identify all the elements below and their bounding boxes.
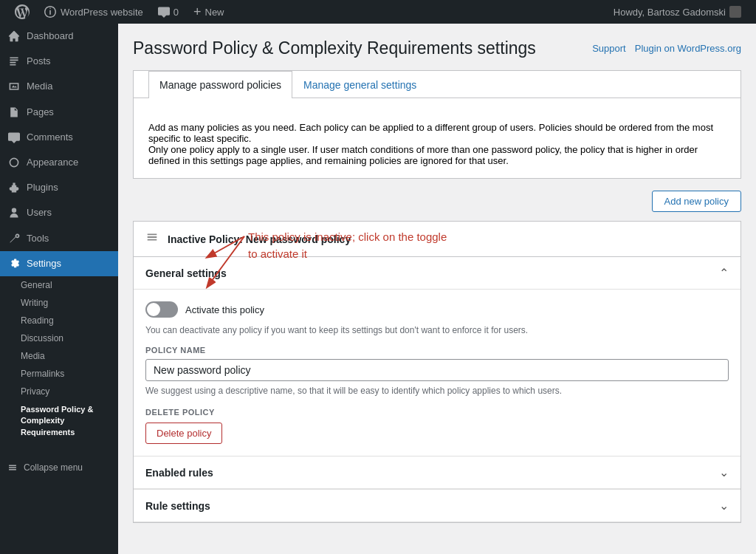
support-link[interactable]: Support — [592, 43, 626, 54]
sidebar-item-tools[interactable]: Tools — [0, 226, 118, 251]
enabled-rules-chevron-down-icon: ⌄ — [719, 465, 729, 479]
settings-icon — [7, 257, 21, 270]
admin-bar: WordPress website 0 + New Howdy, Bartosz… — [0, 0, 756, 24]
media-label: Media — [27, 80, 52, 93]
enabled-rules-label: Enabled rules — [145, 467, 213, 479]
new-label: New — [205, 7, 224, 18]
section-general-settings[interactable]: General settings ⌃ — [134, 257, 740, 290]
sidebar-item-comments[interactable]: Comments — [0, 125, 118, 150]
posts-label: Posts — [27, 55, 51, 68]
sidebar-item-plugins[interactable]: Plugins — [0, 175, 118, 200]
enabled-rules-section: Enabled rules ⌄ — [134, 456, 740, 489]
pages-label: Pages — [27, 106, 54, 119]
sidebar-item-posts[interactable]: Posts — [0, 49, 118, 74]
site-name: WordPress website — [61, 7, 143, 18]
add-policy-wrap: Add new policy — [133, 191, 741, 212]
wp-logo[interactable] — [7, 4, 37, 19]
page-header: Password Policy & Complexity Requirement… — [133, 38, 741, 58]
dashboard-icon — [7, 30, 21, 43]
sidebar-item-dashboard[interactable]: Dashboard — [0, 24, 118, 49]
collapse-chevron-up-icon: ⌃ — [719, 266, 729, 280]
rule-settings-label: Rule settings — [145, 500, 210, 512]
rule-settings-section: Rule settings ⌄ — [134, 489, 740, 522]
submenu-permalinks[interactable]: Permalinks — [0, 365, 118, 383]
header-links: Support Plugin on WordPress.org — [592, 43, 741, 54]
toggle-slider — [145, 301, 178, 318]
delete-label: DELETE POLICY — [145, 408, 729, 417]
comments-label: Comments — [27, 131, 73, 144]
plugin-link[interactable]: Plugin on WordPress.org — [635, 43, 741, 54]
users-icon — [7, 206, 21, 219]
submenu-password-policy[interactable]: Password Policy & Complexity Requirement… — [0, 400, 118, 442]
general-settings-label: General settings — [145, 267, 227, 279]
delete-policy-button[interactable]: Delete policy — [145, 423, 222, 444]
settings-submenu: General Writing Reading Discussion Media… — [0, 276, 118, 442]
submenu-privacy[interactable]: Privacy — [0, 383, 118, 400]
sidebar: Dashboard Posts Media Pages Comments — [0, 24, 118, 554]
sidebar-item-users[interactable]: Users — [0, 200, 118, 225]
policy-box: Inactive Policy: New password policy Gen… — [133, 221, 741, 523]
general-settings-section: General settings ⌃ — [134, 257, 740, 456]
posts-icon — [7, 55, 21, 68]
toggle-row: Activate this policy — [145, 301, 729, 318]
plugins-icon — [7, 181, 21, 194]
description-1: Add as many policies as you need. Each p… — [148, 122, 726, 144]
policy-title: Inactive Policy: New password policy — [168, 233, 729, 245]
delete-policy-group: DELETE POLICY Delete policy — [145, 408, 729, 444]
comments-icon — [7, 131, 21, 144]
adminbar-user: Howdy, Bartosz Gadomski — [606, 6, 749, 18]
settings-label: Settings — [27, 257, 61, 270]
appearance-icon — [7, 156, 21, 169]
policy-name-label: POLICY NAME — [145, 346, 729, 355]
tab-manage-general[interactable]: Manage general settings — [292, 71, 427, 98]
policy-description: Add as many policies as you need. Each p… — [134, 110, 740, 178]
policy-box-wrap: Inactive Policy: New password policy Gen… — [133, 221, 741, 523]
description-2: Only one policy apply to a single user. … — [148, 144, 726, 166]
submenu-reading[interactable]: Reading — [0, 312, 118, 329]
sidebar-item-settings[interactable]: Settings — [0, 251, 118, 276]
tools-label: Tools — [27, 232, 49, 245]
policy-name-input[interactable] — [145, 359, 729, 381]
comments-count: 0 — [173, 7, 179, 18]
collapse-menu[interactable]: Collapse menu — [0, 456, 118, 479]
adminbar-comments[interactable]: 0 — [151, 0, 186, 24]
tab-manage-policies[interactable]: Manage password policies — [148, 71, 292, 98]
submenu-writing[interactable]: Writing — [0, 294, 118, 312]
users-label: Users — [27, 206, 52, 219]
policy-name-desc: We suggest using a descriptive name, so … — [145, 386, 729, 396]
tools-icon — [7, 232, 21, 245]
add-policy-button[interactable]: Add new policy — [652, 191, 741, 212]
submenu-discussion[interactable]: Discussion — [0, 329, 118, 347]
user-avatar — [729, 6, 741, 18]
adminbar-new[interactable]: + New — [186, 0, 232, 24]
policy-name-group: POLICY NAME We suggest using a descripti… — [145, 346, 729, 396]
policy-header: Inactive Policy: New password policy — [134, 222, 740, 257]
activate-policy-toggle[interactable] — [145, 301, 178, 318]
howdy-text: Howdy, Bartosz Gadomski — [614, 7, 726, 18]
submenu-general[interactable]: General — [0, 276, 118, 294]
toggle-desc: You can deactivate any policy if you wan… — [145, 325, 729, 335]
sidebar-item-media[interactable]: Media — [0, 74, 118, 99]
pages-icon — [7, 106, 21, 119]
main-content: Password Policy & Complexity Requirement… — [118, 24, 756, 554]
collapse-label: Collapse menu — [24, 462, 83, 473]
page-title: Password Policy & Complexity Requirement… — [133, 38, 536, 58]
toggle-label: Activate this policy — [185, 304, 264, 315]
sidebar-item-pages[interactable]: Pages — [0, 100, 118, 125]
media-icon — [7, 80, 21, 93]
nav-tabs: Manage password policies Manage general … — [134, 71, 740, 98]
sidebar-item-appearance[interactable]: Appearance — [0, 150, 118, 175]
adminbar-site-link[interactable]: WordPress website — [37, 0, 151, 24]
rule-settings-header[interactable]: Rule settings ⌄ — [134, 490, 740, 522]
dashboard-label: Dashboard — [27, 30, 74, 43]
section-body: Activate this policy You can deactivate … — [134, 290, 740, 456]
submenu-media[interactable]: Media — [0, 347, 118, 365]
plugins-label: Plugins — [27, 181, 58, 194]
appearance-label: Appearance — [27, 156, 78, 169]
enabled-rules-header[interactable]: Enabled rules ⌄ — [134, 456, 740, 489]
rule-settings-chevron-down-icon: ⌄ — [719, 499, 729, 513]
drag-handle-icon[interactable] — [145, 230, 159, 247]
